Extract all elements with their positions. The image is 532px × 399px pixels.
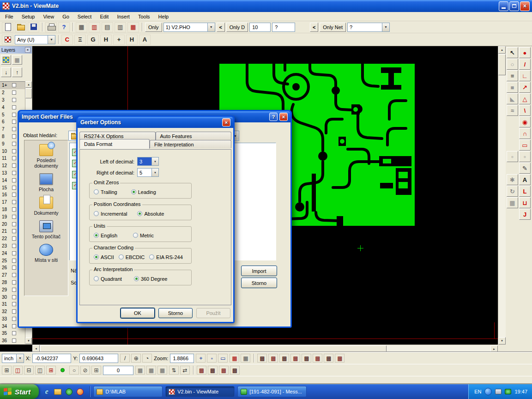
layer-color-swatch[interactable]	[12, 120, 16, 124]
layer-color-swatch[interactable]	[12, 163, 16, 168]
layer-color-swatch[interactable]	[12, 295, 16, 299]
menu-item[interactable]: Select	[73, 13, 96, 20]
keyboard-tray-icon[interactable]	[495, 389, 502, 394]
apply-button[interactable]: Použít	[196, 308, 230, 318]
aperture-shape-combo[interactable]: Any (U) ▼	[15, 35, 55, 44]
tool-icon[interactable]: \	[519, 105, 531, 116]
toolbar-icon[interactable]: H	[126, 35, 138, 45]
status-icon[interactable]: ⊞	[2, 366, 12, 375]
layer-color-swatch[interactable]	[12, 215, 16, 219]
menu-item[interactable]: Tools	[134, 13, 154, 20]
tab[interactable]: File Interpretation	[150, 140, 231, 148]
radio-option[interactable]: Leading	[131, 189, 156, 195]
layer-color-swatch[interactable]	[12, 113, 16, 117]
layer-grid-button[interactable]: ▦	[12, 55, 22, 65]
save-button[interactable]	[28, 22, 39, 32]
pattern-icon[interactable]: ▩	[279, 354, 289, 363]
scroll-down-icon[interactable]: ▼	[25, 338, 32, 344]
layer-color-swatch[interactable]	[12, 331, 16, 335]
layer-color-swatch[interactable]	[12, 186, 16, 190]
status-icon[interactable]: ⊘	[80, 366, 90, 375]
only-dcode-toggle[interactable]: Only D	[226, 23, 248, 32]
tool-icon[interactable]: ↖	[507, 47, 518, 58]
tab[interactable]: Auto Features	[156, 132, 232, 140]
menu-item[interactable]: Setup	[18, 13, 39, 20]
pattern-icon[interactable]: ▩	[208, 366, 218, 375]
places-item[interactable]: Tento počítač	[25, 220, 67, 239]
scroll-up-icon[interactable]: ▲	[498, 46, 506, 54]
tool-icon[interactable]: ✎	[519, 163, 531, 174]
layer-move-up-button[interactable]: ↑	[12, 67, 22, 77]
scroll-thumb[interactable]	[40, 345, 387, 352]
places-item[interactable]: Místa v síti	[25, 244, 67, 263]
radio-option[interactable]: EBCDIC	[119, 254, 145, 260]
tool-icon[interactable]: ●	[519, 47, 531, 58]
menu-item[interactable]: Help	[154, 13, 173, 20]
toolbar-icon[interactable]: G	[87, 35, 99, 45]
toolbar-icon[interactable]: H	[100, 35, 112, 45]
net-combo[interactable]: ? ▼	[347, 23, 390, 32]
pattern-icon[interactable]: ▩	[313, 354, 322, 363]
layer-color-swatch[interactable]	[12, 178, 16, 182]
layer-color-swatch[interactable]	[12, 236, 16, 241]
tool-icon[interactable]: L	[519, 186, 531, 197]
unit-combo[interactable]: inch ▼	[2, 354, 24, 363]
tool-icon[interactable]	[507, 139, 518, 151]
layer-color-swatch[interactable]	[12, 251, 16, 255]
radio-option[interactable]: Trailing	[94, 189, 117, 195]
dcode-value-field[interactable]: 10	[249, 23, 271, 32]
layer-row[interactable]: 3	[0, 97, 25, 104]
pattern-icon[interactable]: ▩	[230, 366, 240, 375]
layer-color-swatch[interactable]	[12, 193, 16, 197]
scroll-thumb[interactable]	[498, 54, 506, 75]
layer-color-swatch[interactable]	[12, 324, 16, 328]
taskbar-task[interactable]: D:\MLAB	[93, 386, 163, 397]
tool-icon[interactable]: ◉	[519, 116, 531, 127]
grid-icon[interactable]: ▦	[157, 366, 167, 375]
layer-color-swatch[interactable]	[12, 156, 16, 160]
new-file-button[interactable]	[2, 22, 13, 32]
layer-color-swatch[interactable]	[12, 127, 16, 131]
tool-icon[interactable]	[507, 116, 518, 127]
radio-option[interactable]: Absolute	[137, 211, 164, 217]
zoom-tool-icon[interactable]: ▭	[218, 354, 228, 363]
taskbar-task[interactable]: [191-482-091] - Mess...	[237, 386, 307, 397]
security-tray-icon[interactable]	[505, 389, 511, 394]
layer-colors-button[interactable]	[1, 55, 11, 65]
tool-icon[interactable]: ○	[507, 59, 518, 70]
import-button[interactable]: Import	[241, 266, 277, 276]
layer-row[interactable]: 1+	[0, 82, 25, 89]
scroll-up-icon[interactable]: ▲	[25, 81, 32, 88]
layer-color-swatch[interactable]	[12, 134, 16, 139]
grid-icon[interactable]: ▦	[146, 366, 156, 375]
tool-icon[interactable]: ↗	[519, 82, 531, 93]
layer-color-swatch[interactable]	[12, 266, 16, 270]
aperture-grid-button[interactable]	[2, 35, 13, 45]
layer-color-swatch[interactable]	[12, 91, 16, 95]
scroll-left-icon[interactable]: ◄	[32, 345, 40, 352]
cancel-button[interactable]: Storno	[241, 278, 277, 288]
layers-panel-header[interactable]: Layers ×	[0, 46, 32, 54]
tool-icon[interactable]: ∟	[519, 70, 531, 81]
pattern-icon[interactable]: ▩	[302, 354, 311, 363]
folder-icon[interactable]	[54, 389, 61, 395]
pattern-icon[interactable]: ▩	[197, 366, 206, 375]
layers-panel-close-icon[interactable]: ×	[25, 47, 30, 53]
dialog-title-bar[interactable]: Gerber Options ×	[78, 117, 233, 128]
tool-icon[interactable]: ∩	[519, 128, 531, 139]
layer-color-swatch[interactable]	[12, 273, 16, 277]
layer-color-swatch[interactable]	[12, 98, 16, 102]
tool-icon[interactable]: ⊔	[519, 197, 531, 208]
layer-color-swatch[interactable]	[12, 259, 16, 263]
dialog-help-button[interactable]: ?	[269, 113, 278, 121]
previous-dcode-button[interactable]: <	[217, 23, 225, 32]
print-button[interactable]	[45, 22, 57, 32]
layer-color-swatch[interactable]	[12, 207, 16, 212]
cancel-button[interactable]: Storno	[158, 308, 193, 318]
tool-icon[interactable]: ▫	[519, 151, 531, 162]
pattern-icon[interactable]: ▩	[335, 354, 345, 363]
close-button[interactable]: ×	[520, 1, 530, 11]
internet-explorer-icon[interactable]	[42, 387, 51, 396]
status-icon[interactable]: ⊟	[24, 366, 34, 375]
layer-color-swatch[interactable]	[12, 149, 16, 153]
